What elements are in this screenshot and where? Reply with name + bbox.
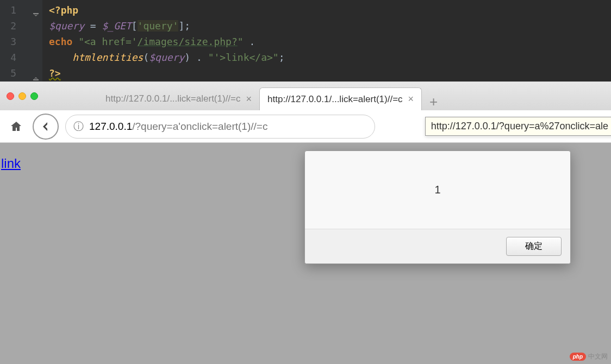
titlebar: http://127.0.0.1/...lick=alert(1)//=c × … <box>0 82 611 110</box>
line-number: 4 <box>0 49 42 65</box>
minimize-window-button[interactable] <box>18 92 26 100</box>
info-icon[interactable]: ⓘ <box>73 120 84 134</box>
home-icon <box>10 120 23 133</box>
close-window-button[interactable] <box>7 92 14 100</box>
browser-window: http://127.0.0.1/...lick=alert(1)//=c × … <box>0 81 611 364</box>
maximize-window-button[interactable] <box>30 92 38 100</box>
code-content[interactable]: <?php $query = $_GET['query']; echo "<a … <box>42 0 611 81</box>
new-tab-button[interactable]: + <box>429 93 438 110</box>
dialog-message: 1 <box>305 151 570 229</box>
tab-strip: http://127.0.0.1/...lick=alert(1)//=c × … <box>98 82 438 110</box>
toolbar: ⓘ 127.0.0.1/?query=a'onclick=alert(1)//=… <box>0 110 611 143</box>
browser-tab[interactable]: http://127.0.0.1/...lick=alert(1)//=c × <box>98 87 259 110</box>
line-gutter: 1 2 3 4 5 <box>0 0 42 81</box>
code-editor[interactable]: 1 2 3 4 5 <?php $query = $_GET['query'];… <box>0 0 611 81</box>
watermark: php 中文网 <box>570 352 608 361</box>
url-bar[interactable]: ⓘ 127.0.0.1/?query=a'onclick=alert(1)//=… <box>65 115 375 139</box>
page-link[interactable]: link <box>1 156 21 171</box>
line-number: 2 <box>0 18 42 34</box>
line-number: 3 <box>0 34 42 49</box>
watermark-badge: php <box>570 353 586 361</box>
svg-rect-0 <box>33 13 39 14</box>
tab-title: http://127.0.0.1/...lick=alert(1)//=c <box>105 93 241 104</box>
fold-open-icon[interactable] <box>33 7 39 14</box>
close-tab-icon[interactable]: × <box>246 93 252 105</box>
close-tab-icon[interactable]: × <box>408 93 414 105</box>
url-tooltip: http://127.0.0.1/?query=a%27onclick=ale <box>425 117 611 136</box>
url-text: 127.0.0.1/?query=a'onclick=alert(1)//=c <box>89 121 267 133</box>
browser-tab-active[interactable]: http://127.0.0.1/...lick=alert(1)//=c × <box>259 87 422 110</box>
home-button[interactable] <box>7 117 26 136</box>
dialog-footer: 确定 <box>305 229 570 263</box>
alert-dialog: 1 确定 <box>304 150 571 264</box>
fold-close-icon[interactable] <box>33 70 39 77</box>
line-number: 1 <box>0 2 42 18</box>
back-button[interactable] <box>33 114 59 140</box>
tab-title: http://127.0.0.1/...lick=alert(1)//=c <box>267 94 403 105</box>
page-content: link 1 确定 php 中文网 <box>0 143 611 364</box>
watermark-text: 中文网 <box>588 352 608 361</box>
ok-button[interactable]: 确定 <box>506 237 562 256</box>
line-number: 5 <box>0 65 42 81</box>
arrow-left-icon <box>39 120 52 133</box>
window-controls <box>7 92 38 100</box>
svg-rect-1 <box>33 79 39 80</box>
